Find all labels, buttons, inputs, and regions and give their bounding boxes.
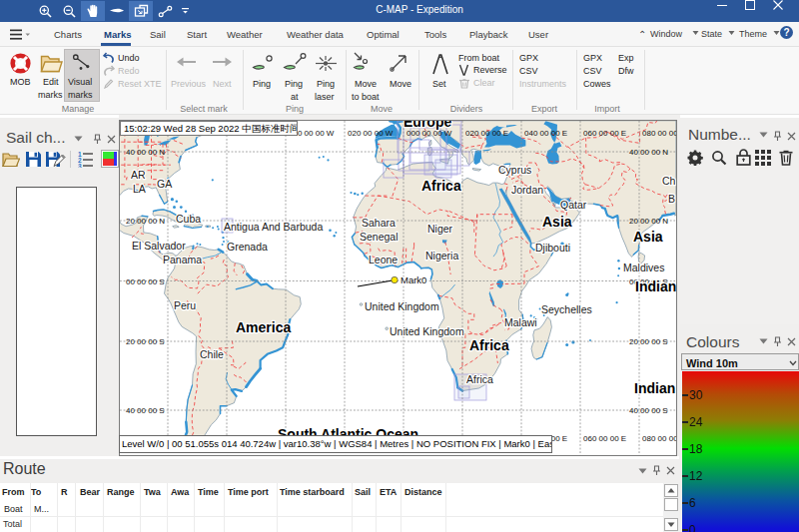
svg-text:Maldives: Maldives: [623, 262, 664, 273]
svg-text:Peru: Peru: [174, 299, 196, 311]
svg-text:3: 3: [78, 163, 82, 169]
svg-text:United Kingdom: United Kingdom: [365, 300, 439, 312]
svg-text:America: America: [236, 319, 291, 335]
svg-text:Leone: Leone: [369, 254, 398, 266]
svg-text:Cyprus: Cyprus: [498, 164, 531, 176]
svg-text:Nigeria: Nigeria: [425, 250, 458, 262]
svg-text:Niger: Niger: [427, 223, 453, 235]
svg-text:20 00 00 S: 20 00 00 S: [629, 337, 668, 346]
svg-text:000 00 00 W: 000 00 00 W: [406, 129, 452, 138]
svg-text:Seychelles: Seychelles: [541, 303, 592, 315]
svg-text:020 00 00 E: 020 00 00 E: [465, 129, 508, 138]
svg-text:080 00 00 E: 080 00 00 E: [642, 434, 676, 443]
svg-text:40 00 00 N: 40 00 00 N: [629, 148, 668, 157]
svg-text:40 00 00 N: 40 00 00 N: [126, 148, 165, 157]
svg-text:Antigua And Barbuda: Antigua And Barbuda: [224, 221, 323, 233]
svg-text:El Salvador: El Salvador: [132, 240, 186, 252]
svg-text:Jordan: Jordan: [511, 184, 543, 196]
svg-text:Cuba: Cuba: [176, 213, 201, 225]
svg-text:20 00 00 S: 20 00 00 S: [126, 337, 165, 346]
svg-text:40 00 00 S: 40 00 00 S: [629, 406, 668, 415]
svg-text:Africa: Africa: [421, 178, 461, 194]
svg-text:Africa: Africa: [466, 373, 493, 385]
svg-text:Sahara: Sahara: [362, 217, 396, 229]
svg-text:060 00 00 E: 060 00 00 E: [583, 434, 626, 443]
svg-text:B: B: [668, 193, 675, 205]
svg-text:Grenada: Grenada: [227, 241, 268, 253]
svg-text:Djibouti: Djibouti: [535, 242, 570, 254]
svg-text:Mark0: Mark0: [400, 274, 426, 285]
svg-text:Europe: Europe: [403, 121, 451, 130]
svg-text:LA: LA: [133, 183, 146, 195]
svg-text:Indian: Indian: [635, 278, 676, 294]
svg-text:AR: AR: [131, 169, 146, 181]
svg-text:060 00 00 E: 060 00 00 E: [583, 129, 626, 138]
svg-text:Panama: Panama: [163, 254, 202, 266]
svg-text:020 00 00 W: 020 00 00 W: [348, 129, 394, 138]
svg-text:Qatar: Qatar: [560, 199, 587, 211]
svg-text:00 00 00 S: 00 00 00 S: [126, 277, 165, 286]
svg-text:080 00 00 E: 080 00 00 E: [642, 129, 676, 138]
svg-text:Indian: Indian: [634, 380, 675, 396]
svg-text:Chile: Chile: [200, 348, 224, 360]
svg-text:Africa: Africa: [469, 337, 509, 353]
svg-text:Asia: Asia: [633, 229, 663, 245]
svg-text:Asia: Asia: [542, 214, 572, 230]
svg-text:040 00 00 E: 040 00 00 E: [524, 129, 567, 138]
svg-text:GA: GA: [157, 178, 172, 190]
svg-text:United Kingdom: United Kingdom: [390, 325, 464, 337]
svg-text:Malawi: Malawi: [504, 316, 537, 328]
svg-text:Ch: Ch: [662, 175, 676, 187]
svg-text:20 00 00 N: 20 00 00 N: [629, 217, 668, 226]
svg-text:40 00 00 S: 40 00 00 S: [126, 406, 165, 415]
svg-text:Senegal: Senegal: [360, 231, 399, 243]
svg-text:20 00 00 N: 20 00 00 N: [126, 217, 165, 226]
